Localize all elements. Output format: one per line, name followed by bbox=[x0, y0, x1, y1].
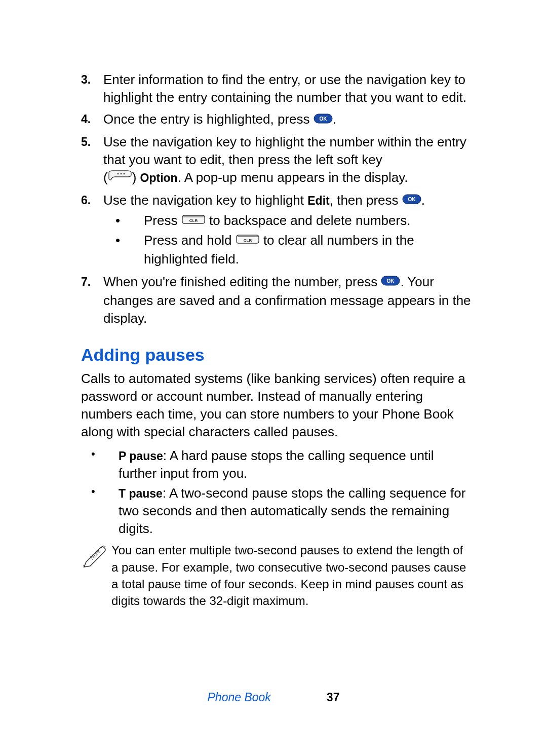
step-7: 7. When you're finished editing the numb… bbox=[81, 273, 471, 327]
edit-label: Edit bbox=[307, 194, 329, 207]
paren-open: ( bbox=[103, 170, 108, 185]
step-number: 5. bbox=[81, 133, 103, 187]
list-item: • T pause: A two-second pause stops the … bbox=[81, 484, 471, 538]
step-body: Enter information to find the entry, or … bbox=[103, 71, 471, 106]
step-number: 6. bbox=[81, 192, 103, 269]
svg-text:OK: OK bbox=[387, 278, 395, 284]
note-text: You can enter multiple two-second pauses… bbox=[111, 542, 471, 609]
step-text: Use the navigation key to highlight bbox=[103, 193, 307, 208]
step-body: Once the entry is highlighted, press OK. bbox=[103, 110, 471, 129]
substep-text: to backspace and delete numbers. bbox=[206, 213, 411, 228]
step-3: 3. Enter information to find the entry, … bbox=[81, 71, 471, 106]
step-text: Once the entry is highlighted, press bbox=[103, 111, 314, 127]
svg-point-3 bbox=[120, 173, 122, 174]
step-text: . bbox=[333, 111, 336, 127]
svg-text:OK: OK bbox=[408, 197, 416, 202]
step-body: Use the navigation key to highlight the … bbox=[103, 133, 471, 187]
intro-paragraph: Calls to automated systems (like banking… bbox=[81, 370, 471, 441]
step-4: 4. Once the entry is highlighted, press … bbox=[81, 110, 471, 129]
clr-icon: CLR bbox=[236, 232, 260, 249]
substep-body: Press CLR to backspace and delete number… bbox=[144, 212, 410, 231]
item-text: : A two-second pause stops the calling s… bbox=[119, 485, 465, 536]
step-text: Use the navigation key to highlight the … bbox=[103, 134, 466, 167]
item-label: T pause bbox=[119, 487, 163, 500]
step-5: 5. Use the navigation key to highlight t… bbox=[81, 133, 471, 187]
substeps-list: • Press CLR to backspace and delete numb… bbox=[103, 212, 471, 268]
step-number: 3. bbox=[81, 71, 103, 106]
substep-text: Press and hold bbox=[144, 233, 236, 248]
steps-list: 3. Enter information to find the entry, … bbox=[81, 71, 471, 327]
list-item: • P pause: A hard pause stops the callin… bbox=[81, 447, 471, 482]
section-heading: Adding pauses bbox=[81, 344, 471, 367]
svg-text:OK: OK bbox=[319, 116, 327, 122]
step-text: When you're finished editing the number,… bbox=[103, 274, 381, 289]
step-text: . bbox=[421, 193, 425, 208]
note-icon: Note bbox=[81, 542, 111, 609]
step-body: Use the navigation key to highlight Edit… bbox=[103, 192, 471, 269]
list-item-body: T pause: A two-second pause stops the ca… bbox=[119, 484, 471, 538]
pause-types-list: • P pause: A hard pause stops the callin… bbox=[81, 447, 471, 538]
bullet-mark: • bbox=[103, 232, 144, 268]
step-text: . A pop-up menu appears in the display. bbox=[178, 170, 408, 185]
step-number: 7. bbox=[81, 273, 103, 327]
svg-point-4 bbox=[123, 173, 125, 174]
ok-icon: OK bbox=[381, 273, 400, 290]
note-block: Note You can enter multiple two-second p… bbox=[81, 542, 471, 609]
softkey-icon bbox=[108, 169, 132, 186]
svg-point-2 bbox=[117, 173, 119, 174]
svg-text:CLR: CLR bbox=[189, 218, 198, 223]
bullet-mark: • bbox=[81, 484, 119, 538]
step-body: When you're finished editing the number,… bbox=[103, 273, 471, 327]
step-number: 4. bbox=[81, 110, 103, 129]
option-label: Option bbox=[140, 171, 178, 184]
bullet-mark: • bbox=[81, 447, 119, 482]
footer-page-number: 37 bbox=[327, 691, 340, 704]
clr-icon: CLR bbox=[181, 212, 206, 230]
ok-icon: OK bbox=[314, 110, 333, 128]
footer-chapter: Phone Book bbox=[208, 691, 271, 704]
item-text: : A hard pause stops the calling sequenc… bbox=[119, 448, 434, 481]
substep-body: Press and hold CLR to clear all numbers … bbox=[144, 232, 471, 268]
substep: • Press and hold CLR to clear all number… bbox=[103, 232, 471, 268]
paren-close: ) bbox=[132, 170, 140, 185]
item-label: P pause bbox=[119, 449, 163, 463]
manual-page: 3. Enter information to find the entry, … bbox=[0, 0, 547, 756]
step-text: , then press bbox=[330, 193, 402, 208]
list-item-body: P pause: A hard pause stops the calling … bbox=[119, 447, 471, 482]
ok-icon: OK bbox=[402, 191, 421, 209]
bullet-mark: • bbox=[103, 212, 144, 231]
substep-text: Press bbox=[144, 213, 181, 228]
svg-text:CLR: CLR bbox=[243, 238, 252, 243]
substep: • Press CLR to backspace and delete numb… bbox=[103, 212, 471, 231]
page-footer: Phone Book37 bbox=[0, 690, 547, 705]
step-6: 6. Use the navigation key to highlight E… bbox=[81, 192, 471, 269]
